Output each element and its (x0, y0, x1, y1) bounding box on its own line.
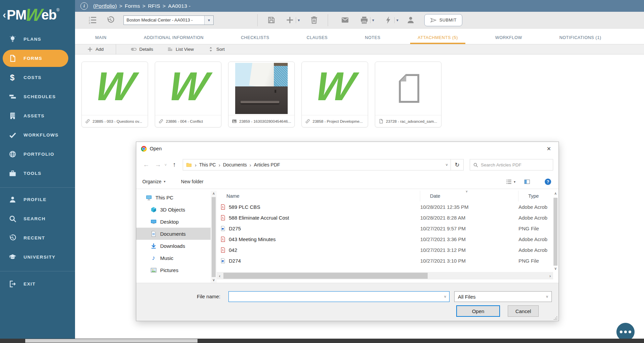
column-header-name[interactable]: Name (217, 191, 420, 201)
place-music[interactable]: ♪ Music (136, 252, 211, 264)
place-pictures[interactable]: Pictures (136, 264, 211, 276)
sidebar-item-schedules[interactable]: SCHEDULES (0, 87, 75, 106)
column-header-date[interactable]: Date (420, 191, 518, 201)
user-icon[interactable] (406, 16, 415, 24)
new-folder-button[interactable]: New folder (181, 179, 204, 184)
add-dropdown-caret[interactable]: ▾ (298, 18, 300, 23)
close-icon[interactable]: ✕ (544, 145, 554, 153)
place-downloads[interactable]: Downloads (136, 240, 211, 252)
scrollbar-thumb[interactable] (212, 197, 216, 277)
scroll-up-icon[interactable]: ∧ (212, 191, 215, 196)
place-desktop[interactable]: Desktop (136, 216, 211, 228)
scrollbar-thumb[interactable] (223, 273, 428, 279)
file-name-combobox[interactable]: ˅ (228, 291, 450, 302)
sidebar-item-workflows[interactable]: WORKFLOWS (0, 125, 75, 145)
attachment-card[interactable]: 23728 - rac_advanced_sam... (375, 62, 441, 127)
sidebar-item-recent[interactable]: RECENT (0, 228, 75, 247)
file-name-input[interactable] (229, 292, 441, 302)
file-row[interactable]: 589 PLC CBS 10/28/2021 12:35 PM Adobe Ac… (217, 201, 552, 212)
open-button[interactable]: Open (456, 305, 500, 317)
more-options-fab[interactable] (616, 323, 635, 341)
file-type-select[interactable]: All Files ˅ (454, 291, 552, 302)
info-icon[interactable]: i (80, 2, 88, 10)
tab-attachments[interactable]: ATTACHMENTS (5) (410, 32, 465, 44)
refresh-icon[interactable]: ↻ (451, 159, 464, 170)
place-this-pc[interactable]: This PC (136, 191, 211, 203)
address-bar[interactable]: › This PC › Documents › Articles PDF ˅ (183, 159, 451, 170)
resize-grip[interactable] (554, 316, 558, 320)
pmweb-logo[interactable]: ‹PMWeb® (0, 0, 75, 30)
place-documents[interactable]: Documents (136, 228, 211, 240)
file-list-hscrollbar[interactable]: ‹ › (217, 272, 553, 279)
tab-main[interactable]: MAIN (88, 32, 114, 44)
address-crumb-this-pc[interactable]: This PC (199, 162, 216, 167)
scrollbar-thumb[interactable] (553, 198, 558, 266)
tab-notes[interactable]: NOTES (358, 32, 388, 44)
print-button[interactable]: ▾ (360, 16, 374, 24)
tab-notifications[interactable]: NOTIFICATIONS (1) (552, 32, 609, 44)
dialog-titlebar[interactable]: Open ✕ (136, 142, 559, 155)
place-3d-objects[interactable]: 3D Objects (136, 203, 211, 216)
back-chevron-icon[interactable]: ‹ (3, 9, 6, 21)
breadcrumb-portfolio-link[interactable]: (Portfolio) (93, 3, 117, 9)
sidebar-item-assets[interactable]: ASSETS (0, 106, 75, 125)
sidebar-item-university[interactable]: UNIVERSITY (0, 247, 75, 267)
column-header-type[interactable]: Type (518, 191, 552, 201)
view-options-button[interactable]: ▾ (506, 174, 515, 189)
forward-arrow-icon[interactable]: → (152, 161, 164, 168)
sidebar-item-tools[interactable]: TOOLS (0, 164, 75, 183)
submit-button[interactable]: SUBMIT (424, 14, 462, 26)
address-crumb-documents[interactable]: Documents (223, 162, 247, 167)
recent-locations-caret-icon[interactable]: ˅ (164, 163, 167, 167)
sidebar-item-plans[interactable]: PLANS (0, 30, 75, 49)
file-row[interactable]: 043 Meeting Minutes 10/27/2021 3:36 PM A… (217, 234, 552, 244)
help-button[interactable]: ? (545, 174, 551, 189)
tab-additional-information[interactable]: ADDITIONAL INFORMATION (136, 32, 211, 44)
attachment-card[interactable]: W 23886 - 004 - Conflict (155, 62, 221, 127)
search-input[interactable] (481, 162, 550, 167)
record-select[interactable]: Boston Medical Center - AA0013 - ▾ (123, 15, 214, 25)
scroll-up-icon[interactable]: ∧ (554, 191, 557, 196)
address-crumb-articles-pdf[interactable]: Articles PDF (254, 162, 280, 167)
tab-clauses[interactable]: CLAUSES (299, 32, 335, 44)
actions-button[interactable]: ▾ (384, 16, 398, 24)
record-select-dropdown[interactable]: ▾ (204, 16, 213, 25)
attachment-card[interactable]: W 23858 - Project Developme... (301, 62, 368, 127)
organize-menu[interactable]: Organize ▾ (142, 179, 166, 184)
cancel-button[interactable]: Cancel (508, 305, 539, 317)
file-row[interactable]: 588 Eliminate Accrual Cost 10/28/2021 8:… (217, 212, 552, 223)
up-arrow-icon[interactable]: ↑ (170, 161, 179, 168)
sort-button[interactable]: Sort (208, 46, 225, 52)
breadcrumb-item[interactable]: Forms (125, 3, 140, 9)
scroll-down-icon[interactable]: ∨ (212, 277, 215, 283)
history-icon[interactable] (106, 16, 115, 24)
ordered-list-icon[interactable]: 123 (88, 16, 97, 24)
file-row[interactable]: D274 10/27/2021 3:10 PM PNG File (217, 255, 552, 266)
save-icon[interactable] (267, 16, 276, 24)
address-dropdown-caret[interactable]: ˅ (446, 163, 448, 167)
scroll-left-icon[interactable]: ‹ (217, 273, 223, 278)
add-attachment-button[interactable]: Add (87, 46, 104, 52)
file-list-scrollbar[interactable]: ∧ ∨ (552, 191, 559, 271)
search-box[interactable] (470, 159, 553, 170)
tab-workflow[interactable]: WORKFLOW (488, 32, 530, 44)
print-dropdown-caret[interactable]: ▾ (372, 18, 374, 23)
sidebar-item-forms[interactable]: FORMS (3, 50, 68, 67)
file-row[interactable]: D275 10/27/2021 9:57 PM PNG File (217, 223, 552, 234)
preview-pane-button[interactable] (524, 174, 530, 189)
places-scrollbar[interactable]: ∧ ∨ (211, 191, 217, 283)
attachment-card[interactable]: 23859 - 1630302800454646... (228, 62, 295, 127)
sidebar-item-portfolio[interactable]: PORTFOLIO (0, 145, 75, 164)
lightning-icon[interactable] (384, 16, 393, 24)
breadcrumb-item[interactable]: RFIS (148, 3, 160, 9)
file-name-dropdown-caret[interactable]: ˅ (441, 295, 449, 299)
tab-checklists[interactable]: CHECKLISTS (234, 32, 277, 44)
file-row[interactable]: 042 10/27/2021 3:12 PM Adobe Acrob (217, 244, 552, 255)
plus-icon[interactable] (286, 16, 294, 24)
scrollbar-thumb[interactable] (25, 339, 198, 343)
list-view-button[interactable]: List View (167, 46, 194, 52)
page-horizontal-scrollbar[interactable] (0, 339, 644, 343)
sidebar-item-search[interactable]: SEARCH (0, 209, 75, 228)
back-arrow-icon[interactable]: ← (140, 161, 152, 168)
delete-icon[interactable] (310, 16, 318, 24)
